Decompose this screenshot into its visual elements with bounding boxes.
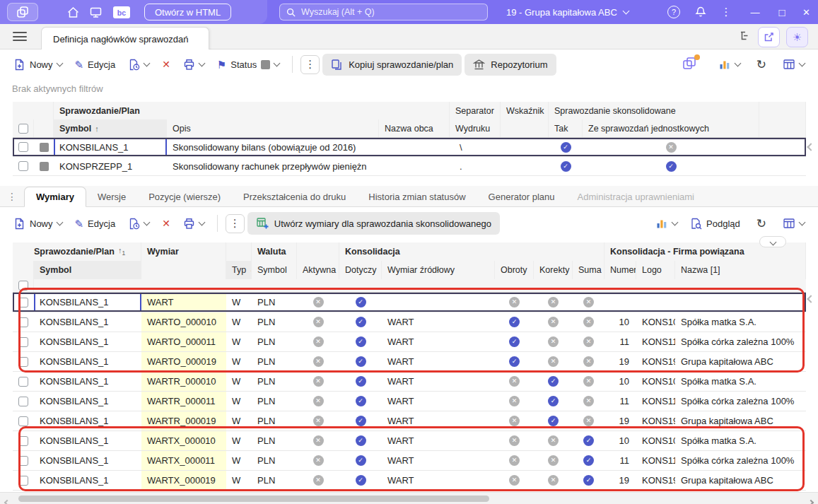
symbol-cell[interactable]: KONSBILANS_1 [34,392,141,411]
theme-brightness-button[interactable]: ☀ [786,27,808,47]
col-header-konsolidacja[interactable]: Konsolidacja [339,242,604,261]
aktywna-cell[interactable]: ✕ [297,411,339,430]
numer-cell[interactable]: 10 [604,312,636,332]
repozytorium-button[interactable]: Repozytorium [464,54,556,76]
opis-cell[interactable]: Skonsolidowany rachunek przepływów pieni… [167,157,379,175]
logo-cell[interactable]: KONS11 [636,451,675,470]
scroll-left-icon[interactable] [5,496,9,504]
row-select-cell[interactable] [13,451,34,470]
logo-cell[interactable] [636,293,675,312]
nazwa-cell[interactable]: Grupa kapitałowa ABC [675,471,806,490]
wymiar-cell[interactable]: WARTX_000011 [141,451,226,470]
search-input[interactable] [301,7,481,17]
logo-cell[interactable]: KONS19 [636,352,675,371]
row-checkbox[interactable] [18,357,28,367]
scroll-right-icon[interactable] [809,496,813,504]
row-select-cell[interactable] [13,332,34,351]
edycja-button[interactable]: ✎ Edycja [70,56,121,74]
korekty-cell[interactable]: ✓ [534,392,573,411]
numer-cell[interactable]: 11 [604,332,636,351]
dimension-row[interactable]: KONSBILANS_1WARTO_000019WPLN✕✓WART✓✕✕19K… [13,352,806,372]
numer-cell[interactable]: 19 [604,352,636,371]
typ-cell[interactable]: W [226,451,252,470]
aktywna-cell[interactable]: ✕ [297,471,339,490]
obroty-cell[interactable]: ✕ [495,451,534,470]
nazwa-cell[interactable] [675,293,806,312]
suma-cell[interactable]: ✕ [573,332,604,351]
maximize-button[interactable]: □ [769,0,795,24]
obroty-cell[interactable]: ✓ [495,332,534,351]
nazwa-cell[interactable]: Spółka matka S.A. [675,431,806,450]
row-checkbox[interactable] [18,436,28,446]
col-header-waluta-symbol[interactable]: Symbol [252,261,297,279]
col-header-skonsolidowane[interactable]: Sprawozdanie skonsolidowane [549,102,759,119]
app-logo-button[interactable] [7,3,38,21]
wskaznik-cell[interactable] [501,138,549,156]
col-header-sprawozdanie-plan[interactable]: Sprawozdanie/Plan ↑1 [13,242,141,261]
suma-cell[interactable]: ✓ [573,471,604,490]
col-header-separator[interactable]: Separator [450,102,501,119]
col-header-obroty[interactable]: Obroty [495,261,534,279]
row-checkbox[interactable] [18,476,28,486]
menu-hamburger-icon[interactable] [13,32,27,44]
korekty-cell[interactable]: ✓ [534,372,573,391]
separator-cell[interactable]: \ [450,138,501,156]
nazwa-cell[interactable]: Spółka córka zależna 100% [675,392,806,411]
nazwa-cell[interactable]: Spółka córka zależna 100% [675,332,806,351]
obroty-cell[interactable]: ✕ [495,293,534,312]
waluta-cell[interactable]: PLN [252,411,297,430]
row-checkbox[interactable] [18,337,28,347]
wymiar-zrodlowy-cell[interactable]: WART [382,332,495,351]
dotyczy-cell[interactable]: ✓ [339,312,382,332]
more-actions-button[interactable]: ⋮ [226,214,245,233]
col-header-aktywna[interactable]: Aktywna [297,261,339,279]
waluta-cell[interactable]: PLN [252,471,297,490]
dimension-row[interactable]: KONSBILANS_1WARTX_000010WPLN✕✓WART✕✕✓10K… [13,431,806,451]
close-button[interactable]: ✕ [795,0,818,24]
numer-cell[interactable]: 19 [604,471,636,490]
wymiar-zrodlowy-cell[interactable] [382,293,495,312]
typ-cell[interactable]: W [226,471,252,490]
collapse-header-button[interactable] [759,236,786,247]
wymiar-cell[interactable]: WARTR_000019 [141,411,226,430]
suma-cell[interactable]: ✓ [573,431,604,450]
nazwa-cell[interactable]: Grupa kapitałowa ABC [675,352,806,371]
share-button[interactable] [758,27,780,47]
waluta-cell[interactable]: PLN [252,372,297,391]
utworz-wymiary-button[interactable]: Utwórz wymiary dla sprawozdania skonsoli… [247,212,500,235]
typ-cell[interactable]: W [226,332,252,351]
typ-cell[interactable]: W [226,352,252,371]
wymiar-cell[interactable]: WARTR_000010 [141,372,226,391]
tab-administracja-uprawnieniami[interactable]: Administracja uprawnieniami [566,187,706,206]
waluta-cell[interactable]: PLN [252,293,297,312]
wymiar-cell[interactable]: WARTX_000010 [141,431,226,450]
korekty-cell[interactable]: ✕ [534,293,573,312]
waluta-cell[interactable]: PLN [252,392,297,411]
separator-cell[interactable]: . [450,157,501,175]
obroty-cell[interactable]: ✕ [495,471,534,490]
symbol-cell[interactable]: KONSBILANS_1 [34,332,141,351]
document-history-button[interactable] [123,55,154,74]
korekty-cell[interactable]: ✕ [534,312,573,332]
row-checkbox[interactable] [18,397,28,406]
minimize-button[interactable]: — [742,0,768,24]
col-header-tak[interactable]: Tak [549,119,583,137]
tab-wersje[interactable]: Wersje [86,187,137,206]
dimension-row[interactable]: KONSBILANS_1WARTR_000010WPLN✕✓WART✕✓✕10K… [13,372,806,392]
waluta-cell[interactable]: PLN [252,352,297,371]
row-select-cell[interactable] [13,352,34,371]
help-button[interactable]: ? [667,6,680,18]
nazwa-cell[interactable]: Grupa kapitałowa ABC [675,411,806,430]
aktywna-cell[interactable]: ✕ [297,392,339,411]
typ-cell[interactable]: W [226,293,252,312]
row-checkbox[interactable] [18,416,28,426]
suma-cell[interactable]: ✕ [573,312,604,332]
dotyczy-cell[interactable]: ✓ [339,293,382,312]
delete-button[interactable]: ✕ [157,214,175,233]
dimension-row[interactable]: KONSBILANS_1WARTX_000011WPLN✕✓WART✕✕✓11K… [13,451,806,471]
suma-cell[interactable]: ✕ [573,411,604,430]
col-header-ze-sprawozdan[interactable]: Ze sprawozdań jednostkowych [583,119,759,137]
symbol-cell[interactable]: KONSBILANS_1 [34,372,141,391]
aktywna-cell[interactable]: ✕ [297,312,339,332]
dotyczy-cell[interactable]: ✓ [339,372,382,391]
